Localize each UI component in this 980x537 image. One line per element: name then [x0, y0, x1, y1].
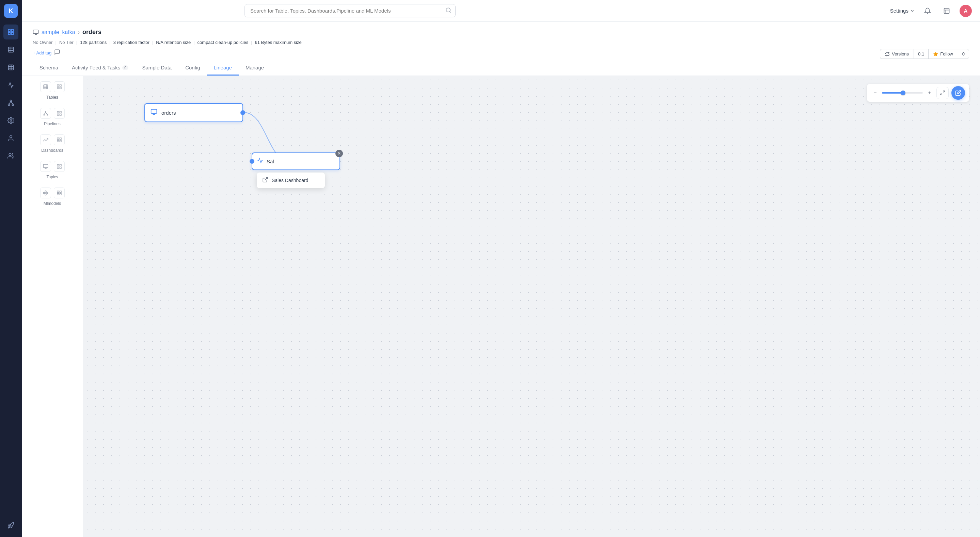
tables-layout-icon[interactable] [54, 81, 65, 92]
tables-label: Tables [46, 95, 58, 100]
svg-rect-4 [8, 47, 14, 52]
lineage-dropdown: Sales Dashboard [257, 173, 325, 188]
svg-point-21 [446, 8, 450, 12]
svg-rect-30 [44, 85, 48, 89]
svg-point-60 [43, 192, 45, 194]
svg-line-72 [265, 177, 268, 180]
versions-button[interactable]: Versions [880, 49, 913, 59]
lineage-sidebar: Tables Pipelines [22, 76, 83, 537]
svg-rect-38 [60, 87, 61, 89]
svg-rect-69 [151, 109, 157, 113]
svg-rect-67 [57, 193, 59, 195]
meta-replication: 3 replication factor [113, 40, 150, 45]
sidebar-item-table[interactable] [3, 42, 18, 57]
dashboards-label: Dashboards [41, 148, 63, 153]
svg-rect-57 [57, 167, 59, 168]
svg-line-73 [943, 91, 945, 92]
svg-line-74 [940, 93, 942, 95]
lineage-sidebar-pipelines: Pipelines [24, 108, 80, 126]
svg-point-39 [45, 111, 46, 112]
svg-point-62 [45, 194, 46, 195]
svg-rect-56 [60, 164, 61, 166]
notifications-button[interactable] [921, 5, 934, 17]
zoom-out-button[interactable]: − [871, 89, 879, 97]
lineage-search-input[interactable] [267, 159, 335, 164]
dashboards-layout-icon[interactable] [54, 134, 65, 145]
sales-dashboard-label: Sales Dashboard [272, 178, 308, 183]
tab-config[interactable]: Config [178, 60, 207, 76]
meta-row: No Owner | No Tier | 128 partitions | 3 … [33, 40, 969, 45]
mlmodels-icon[interactable] [40, 187, 51, 199]
topbar: Settings A [22, 0, 980, 22]
sidebar-item-analytics[interactable] [3, 78, 18, 92]
svg-point-15 [12, 104, 14, 105]
search-icon [445, 7, 452, 14]
svg-rect-2 [8, 33, 11, 35]
sidebar-item-groups[interactable] [3, 148, 18, 164]
add-tag-button[interactable]: + Add tag [33, 50, 51, 56]
topics-layout-icon[interactable] [54, 161, 65, 172]
sidebar-item-home[interactable] [3, 24, 18, 40]
dropdown-item-sales-dashboard[interactable]: Sales Dashboard [257, 173, 325, 188]
zoom-in-button[interactable]: + [926, 89, 934, 97]
settings-button[interactable]: Settings [890, 8, 915, 14]
sidebar-item-chart[interactable] [3, 60, 18, 75]
tab-sample-data[interactable]: Sample Data [135, 60, 178, 76]
dashboards-icon[interactable] [40, 134, 51, 145]
breadcrumb: sample_kafka › orders [33, 29, 969, 36]
pipelines-label: Pipelines [44, 121, 60, 126]
svg-point-41 [47, 114, 48, 115]
breadcrumb-parent[interactable]: sample_kafka [41, 29, 75, 35]
mlmodels-layout-icon[interactable] [54, 187, 65, 199]
marketplace-button[interactable] [940, 5, 953, 17]
fullscreen-button[interactable] [936, 87, 949, 99]
svg-rect-68 [60, 193, 61, 195]
tables-grid-icon[interactable] [40, 81, 51, 92]
svg-rect-48 [57, 138, 59, 140]
svg-rect-36 [60, 85, 61, 86]
sidebar-item-users[interactable] [3, 131, 18, 146]
sidebar-item-rocket[interactable] [3, 518, 18, 533]
search-input[interactable] [245, 4, 456, 17]
topic-icon [33, 29, 39, 35]
chat-icon[interactable] [54, 49, 60, 57]
orders-node[interactable]: orders [145, 103, 243, 122]
orders-node-icon [151, 108, 158, 117]
svg-rect-46 [57, 114, 59, 115]
topbar-right: Settings A [890, 5, 972, 17]
meta-retention: N/A retention size [156, 40, 191, 45]
meta-owner: No Owner [33, 40, 53, 45]
sidebar-item-settings[interactable] [3, 113, 18, 128]
svg-line-43 [46, 112, 47, 115]
search-node-left-connector [250, 159, 255, 164]
svg-rect-52 [43, 164, 48, 167]
versions-count: 0.1 [913, 49, 928, 59]
edit-lineage-button[interactable] [951, 86, 965, 100]
svg-rect-51 [60, 140, 61, 142]
zoom-slider[interactable] [882, 92, 923, 94]
svg-rect-37 [57, 87, 59, 89]
tab-lineage[interactable]: Lineage [207, 60, 239, 76]
svg-rect-50 [57, 140, 59, 142]
page-header: sample_kafka › orders Versions 0.1 Follo… [22, 22, 980, 76]
main-content: Settings A sample_kafka › orders Vers [22, 0, 980, 537]
svg-line-42 [44, 112, 46, 115]
follow-button[interactable]: Follow [928, 49, 958, 59]
app-logo[interactable]: K [4, 4, 18, 18]
tab-activity[interactable]: Activity Feed & Tasks 0 [65, 60, 135, 76]
node-close-button[interactable]: ✕ [336, 150, 343, 157]
tab-manage[interactable]: Manage [239, 60, 271, 76]
pipelines-layout-icon[interactable] [54, 108, 65, 119]
pipelines-icon[interactable] [40, 108, 51, 119]
tab-schema[interactable]: Schema [33, 60, 65, 76]
mlmodels-label: Mlmodels [44, 201, 61, 206]
zoom-slider-fill [882, 92, 902, 94]
search-node[interactable]: ✕ [251, 153, 340, 170]
tab-activity-badge: 0 [122, 65, 128, 70]
topics-icon[interactable] [40, 161, 51, 172]
user-avatar[interactable]: A [959, 5, 972, 17]
lineage-wrapper: Tables Pipelines [22, 76, 980, 537]
sidebar-item-pipeline[interactable] [3, 95, 18, 110]
svg-line-16 [9, 102, 11, 104]
svg-line-22 [449, 11, 450, 12]
